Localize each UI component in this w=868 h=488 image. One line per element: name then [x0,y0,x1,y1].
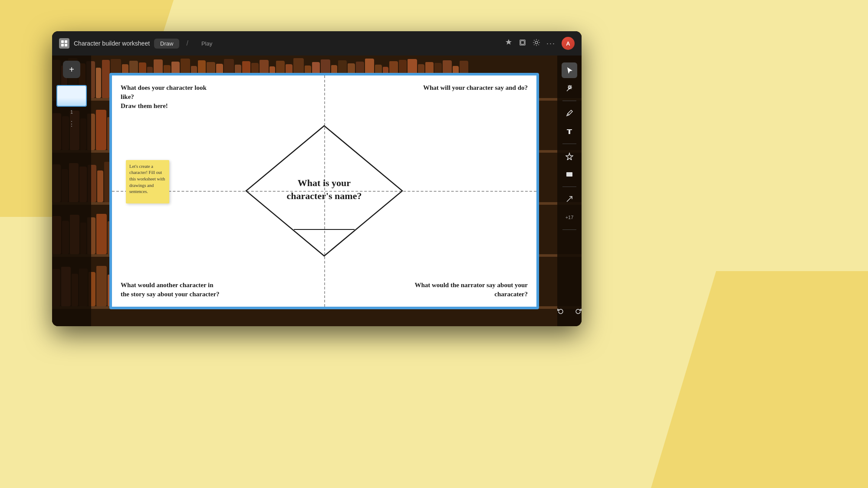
toolbar-divider-3 [562,187,576,187]
svg-point-6 [535,41,538,44]
user-avatar[interactable]: A [562,37,575,50]
svg-rect-2 [61,44,64,46]
toolbar-divider-1 [562,101,576,101]
titlebar-left: Character builder worksheet Draw / Play [59,38,505,49]
more-icon[interactable]: ··· [546,39,556,48]
svg-rect-3 [65,44,67,46]
add-slide-button[interactable]: + [63,61,80,78]
magic-tool-button[interactable] [562,81,577,96]
content-area: + 1 ⋮ What does your character l [52,56,582,326]
redo-button[interactable] [570,304,582,319]
svg-marker-7 [246,126,402,256]
diamond-center: What is your character's name? [242,121,407,260]
plus-icon: + [69,65,74,75]
name-input-line [294,229,355,230]
slide-more-icon[interactable]: ⋮ [68,120,75,128]
left-sidebar: + 1 ⋮ [52,56,91,326]
quadrant-bottom-right-label: What would the narrator say about your c… [380,281,528,299]
worksheet: What does your character look like? Draw… [109,73,539,309]
arrow-tool-button[interactable] [562,191,577,207]
play-mode-button[interactable]: Play [195,39,218,49]
app-window: Character builder worksheet Draw / Play [52,31,582,326]
toolbar-divider-2 [562,144,576,144]
undo-button[interactable] [553,304,569,319]
svg-rect-0 [61,40,64,43]
svg-rect-5 [521,41,524,44]
app-icon [59,38,69,49]
rect-tool-button[interactable] [562,167,577,182]
sticky-note: Let's create a character! Fill out this … [126,160,169,203]
quadrant-top-left-label: What does your character look like? Draw… [121,83,216,111]
quadrant-bottom-left-label: What would another character in the stor… [121,281,233,299]
shape-tool-button[interactable] [562,148,577,164]
settings-icon[interactable] [533,39,540,48]
quadrant-top-right-label: What will your character say and do? [406,83,528,92]
pen-tool-button[interactable] [562,105,577,121]
titlebar-title: Character builder worksheet [74,40,150,47]
titlebar-right: ··· A [505,37,575,50]
mode-divider: / [186,39,188,47]
toolbar-divider-4 [562,229,576,230]
draw-mode-button[interactable]: Draw [154,39,179,49]
slide-1-thumbnail[interactable] [56,85,87,107]
slide-number-1: 1 [70,110,73,115]
main-canvas: What does your character look like? Draw… [91,56,557,326]
undo-redo-group [553,304,582,319]
layers-icon[interactable] [519,39,526,48]
more-tools-label: +17 [566,215,574,220]
text-tool-button[interactable] [562,124,577,139]
more-tools-button[interactable]: +17 [562,210,577,225]
svg-rect-8 [566,172,572,177]
pin-icon[interactable] [505,39,513,48]
right-toolbar: +17 [557,56,582,326]
cursor-tool-button[interactable] [562,62,577,78]
svg-rect-1 [65,40,67,43]
svg-line-9 [567,197,572,202]
titlebar: Character builder worksheet Draw / Play [52,31,582,56]
